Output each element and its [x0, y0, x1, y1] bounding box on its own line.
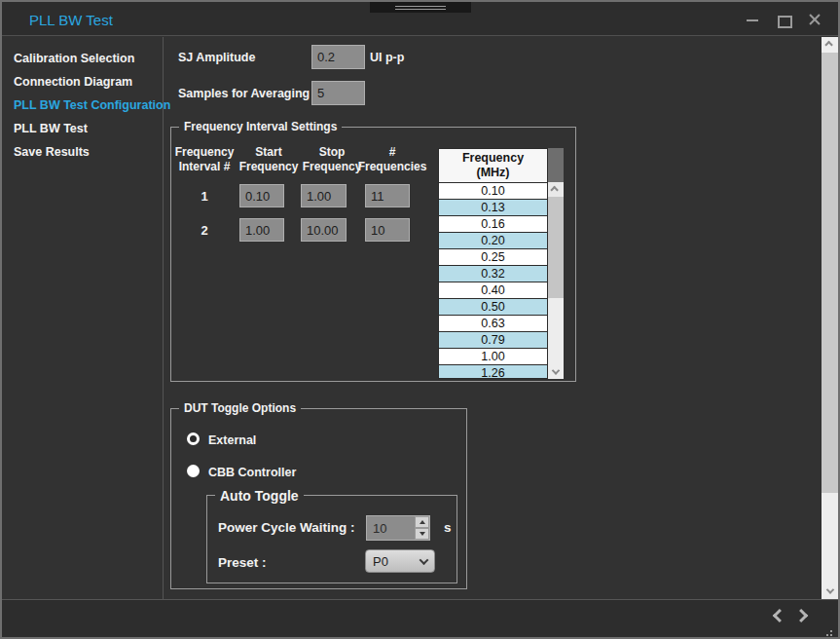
table-row[interactable]: 0.40 [439, 282, 547, 299]
chevron-down-icon [420, 555, 429, 565]
app-window: PLL BW Test Calibration Selection Connec… [0, 0, 840, 639]
chevron-up-icon [550, 185, 558, 193]
chevron-left-icon [773, 609, 786, 622]
column-header-num-frequencies: # Frequencies [357, 145, 427, 174]
scrollbar-thumb[interactable] [548, 197, 564, 298]
maximize-icon[interactable] [776, 12, 791, 27]
sidebar-item-pll-bw-test[interactable]: PLL BW Test [2, 117, 163, 140]
frequency-table-scrollbar[interactable] [548, 148, 564, 379]
window-title: PLL BW Test [29, 2, 113, 36]
table-row[interactable]: 1.00 [439, 349, 547, 365]
table-row[interactable]: 0.32 [439, 266, 547, 282]
spinner-down-button[interactable] [415, 528, 429, 540]
scroll-down-icon[interactable] [548, 364, 564, 379]
cbb-controller-radio[interactable] [187, 465, 200, 477]
drag-handle-icon [395, 6, 446, 10]
table-row[interactable]: 1.26 [439, 365, 547, 379]
resize-grip-icon[interactable] [830, 630, 832, 632]
chevron-right-icon [794, 609, 808, 622]
start-frequency-input-2[interactable] [239, 218, 284, 242]
previous-page-icon[interactable] [772, 611, 784, 622]
stop-frequency-input-2[interactable] [301, 218, 347, 242]
sj-amplitude-input[interactable] [311, 45, 365, 69]
stop-frequency-input-1[interactable] [301, 184, 347, 207]
num-frequencies-input-2[interactable] [365, 218, 410, 242]
power-cycle-waiting-spinner [366, 515, 430, 541]
minimize-icon[interactable] [745, 12, 760, 27]
preset-dropdown-value: P0 [366, 554, 420, 569]
main-content: SJ Amplitude UI p-p Samples for Averagin… [164, 37, 823, 599]
next-page-icon[interactable] [799, 611, 811, 622]
num-frequencies-input-1[interactable] [365, 184, 410, 207]
main-scrollbar[interactable] [822, 37, 838, 599]
table-row[interactable]: 0.10 [439, 183, 547, 200]
sidebar-item-save-results[interactable]: Save Results [2, 140, 163, 164]
main-scroll-up-icon[interactable] [822, 37, 838, 53]
power-cycle-waiting-unit: s [444, 520, 452, 535]
scroll-up-icon[interactable] [548, 182, 564, 197]
spinner-buttons [415, 516, 429, 540]
table-row[interactable]: 0.16 [439, 216, 547, 233]
chevron-down-icon [825, 585, 833, 593]
chevron-down-icon [552, 366, 560, 374]
sidebar-item-calibration-selection[interactable]: Calibration Selection [2, 47, 163, 70]
interval-number-1: 1 [172, 189, 237, 204]
close-icon[interactable] [807, 12, 822, 27]
sidebar-item-connection-diagram[interactable]: Connection Diagram [2, 70, 163, 94]
column-header-frequency-interval: Frequency Interval # [172, 145, 237, 174]
triangle-up-icon [420, 520, 425, 524]
window-controls [745, 2, 822, 36]
spinner-up-button[interactable] [415, 516, 429, 528]
power-cycle-waiting-input[interactable] [367, 516, 416, 540]
table-row[interactable]: 0.50 [439, 299, 547, 316]
main-scroll-down-icon[interactable] [822, 583, 838, 599]
preset-dropdown[interactable]: P0 [365, 549, 435, 573]
external-radio-label[interactable]: External [208, 433, 256, 447]
window-drag-handle[interactable] [370, 2, 471, 13]
external-radio[interactable] [187, 432, 200, 445]
samples-for-averaging-input[interactable] [311, 81, 365, 105]
samples-for-averaging-label: Samples for Averaging [178, 87, 310, 100]
sidebar-item-pll-bw-test-configuration[interactable]: PLL BW Test Configuration [2, 94, 163, 117]
scrollbar-header-gap [548, 148, 564, 182]
triangle-down-icon [420, 532, 425, 536]
table-row[interactable]: 0.25 [439, 249, 547, 266]
chevron-up-icon [824, 41, 832, 49]
bottom-bar [2, 599, 838, 637]
table-row[interactable]: 0.63 [439, 316, 547, 332]
preset-label: Preset : [218, 555, 267, 570]
start-frequency-input-1[interactable] [239, 184, 284, 207]
table-row[interactable]: 0.79 [439, 332, 547, 349]
table-row[interactable]: 0.13 [439, 200, 547, 216]
column-header-start-frequency: Start Frequency [237, 145, 301, 174]
dut-toggle-options-title: DUT Toggle Options [179, 401, 301, 415]
frequency-table-header: Frequency (MHz) [439, 149, 547, 183]
table-row[interactable]: 0.20 [439, 233, 547, 249]
auto-toggle-title: Auto Toggle [215, 488, 304, 504]
sidebar: Calibration Selection Connection Diagram… [2, 37, 164, 599]
sj-amplitude-label: SJ Amplitude [178, 51, 255, 64]
frequency-table: Frequency (MHz) 0.10 0.13 0.16 0.20 0.25… [438, 148, 548, 379]
interval-number-2: 2 [172, 223, 237, 238]
power-cycle-waiting-label: Power Cycle Waiting : [218, 520, 355, 535]
frequency-interval-settings-title: Frequency Interval Settings [179, 120, 342, 133]
title-bar: PLL BW Test [2, 2, 838, 36]
column-header-stop-frequency: Stop Frequency [300, 145, 364, 174]
frequency-table-header-line1: Frequency [439, 151, 547, 166]
frequency-table-header-line2: (MHz) [439, 166, 547, 180]
sj-amplitude-unit: UI p-p [370, 51, 404, 64]
cbb-controller-radio-label[interactable]: CBB Controller [208, 466, 296, 479]
main-scrollbar-thumb[interactable] [822, 53, 838, 493]
